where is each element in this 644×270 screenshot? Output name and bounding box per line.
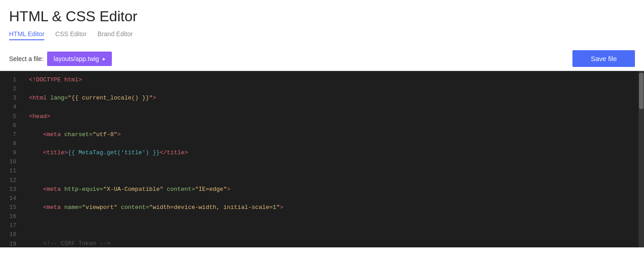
scrollbar-thumb xyxy=(639,73,644,109)
file-selector-button[interactable]: layouts/app.twig ▸ xyxy=(47,52,111,66)
code-area[interactable]: <!DOCTYPE html> <html lang="{{ current_l… xyxy=(23,71,639,247)
line-numbers: 1 2 3 4 5 6 7 8 9 10 11 12 13 14 15 16 1… xyxy=(0,71,23,247)
file-name: layouts/app.twig xyxy=(53,55,99,62)
tab-css-editor[interactable]: CSS Editor xyxy=(55,30,87,40)
select-file-label: Select a file: xyxy=(9,55,43,62)
editor-container: 1 2 3 4 5 6 7 8 9 10 11 12 13 14 15 16 1… xyxy=(0,71,644,247)
file-selector-arrow-icon: ▸ xyxy=(103,56,106,62)
toolbar-left: Select a file: layouts/app.twig ▸ xyxy=(9,52,112,66)
code-editor[interactable]: 1 2 3 4 5 6 7 8 9 10 11 12 13 14 15 16 1… xyxy=(0,71,644,247)
vertical-scrollbar[interactable] xyxy=(639,71,644,247)
tab-brand-editor[interactable]: Brand Editor xyxy=(97,30,133,40)
page-title: HTML & CSS Editor xyxy=(9,8,635,25)
page-header: HTML & CSS Editor HTML Editor CSS Editor… xyxy=(0,0,644,40)
toolbar: Select a file: layouts/app.twig ▸ Save f… xyxy=(0,47,644,71)
tabs-nav: HTML Editor CSS Editor Brand Editor xyxy=(9,30,635,40)
save-file-button[interactable]: Save file xyxy=(572,50,635,67)
tab-html-editor[interactable]: HTML Editor xyxy=(9,30,44,40)
